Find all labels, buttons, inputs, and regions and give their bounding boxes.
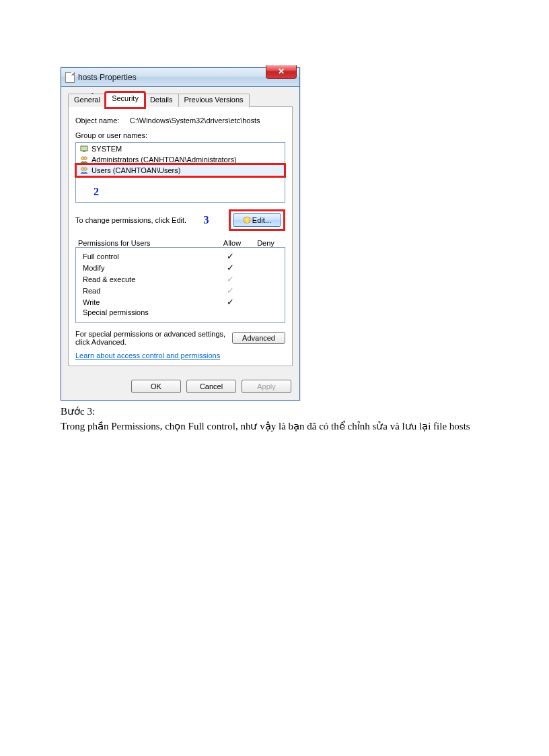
permission-allow: ✓	[213, 251, 247, 261]
system-icon	[79, 144, 89, 153]
change-permissions-row: To change permissions, click Edit. 3 Edi…	[75, 209, 285, 231]
permission-allow: ✓	[213, 274, 247, 284]
list-item-users[interactable]: Users (CANHTOAN\Users)	[77, 165, 284, 176]
object-name-value: C:\Windows\System32\drivers\etc\hosts	[130, 116, 260, 125]
permission-name: Read	[80, 287, 213, 295]
svg-rect-0	[81, 146, 87, 151]
advanced-button[interactable]: Advanced	[232, 332, 285, 344]
group-icon	[79, 155, 89, 164]
permission-row: Modify✓	[80, 262, 281, 273]
permission-allow: ✓	[213, 285, 247, 296]
tab-general[interactable]: General	[68, 94, 106, 107]
svg-point-5	[84, 168, 87, 170]
close-button[interactable]: ✕	[266, 65, 297, 79]
permission-row: Special permissions	[80, 308, 281, 317]
permission-row: Write✓	[80, 296, 281, 308]
caption-body: Trong phần Permissions, chọn Full contro…	[61, 419, 491, 434]
tab-security[interactable]: Security	[106, 92, 145, 108]
permission-name: Special permissions	[80, 308, 213, 316]
tab-content: Object name: C:\Windows\System32\drivers…	[68, 107, 293, 366]
permission-row: Read & execute✓	[80, 273, 281, 285]
svg-rect-1	[83, 151, 85, 152]
permission-row: Full control✓	[80, 250, 281, 262]
user-listbox[interactable]: SYSTEM Administrators (CANHTOAN\Administ…	[75, 142, 285, 203]
perm-header-name: Permissions for Users	[78, 239, 215, 247]
change-permissions-text: To change permissions, click Edit.	[75, 216, 186, 224]
annotation-3: 3	[203, 214, 209, 226]
group-label: Group or user names:	[75, 131, 285, 139]
object-name-row: Object name: C:\Windows\System32\drivers…	[75, 116, 285, 125]
users-icon	[79, 166, 89, 175]
permission-name: Write	[80, 298, 213, 306]
shield-icon	[243, 216, 251, 224]
caption: Bước 3: Trong phần Permissions, chọn Ful…	[61, 405, 491, 434]
list-item-label: Users (CANHTOAN\Users)	[92, 166, 180, 174]
window-title: hosts Properties	[78, 73, 137, 82]
edit-button-label: Edit...	[252, 216, 271, 224]
edit-highlight: Edit...	[229, 209, 285, 231]
title-bar: hosts Properties ✕	[61, 68, 299, 87]
cancel-button[interactable]: Cancel	[186, 380, 236, 393]
dialog-button-row: OK Cancel Apply	[61, 373, 299, 400]
tab-strip: 1 General Security Details Previous Vers…	[68, 92, 293, 107]
file-icon	[65, 72, 75, 83]
edit-button[interactable]: Edit...	[233, 213, 281, 227]
tab-previous[interactable]: Previous Versions	[178, 94, 250, 107]
permission-row: Read✓	[80, 285, 281, 296]
permission-name: Modify	[80, 264, 213, 272]
permission-name: Read & execute	[80, 275, 213, 283]
permissions-header: Permissions for Users Allow Deny	[75, 239, 285, 247]
advanced-row: For special permissions or advanced sett…	[75, 330, 285, 346]
perm-header-allow: Allow	[215, 239, 249, 247]
properties-dialog: hosts Properties ✕ 1 General Security De…	[61, 67, 300, 401]
advanced-text: For special permissions or advanced sett…	[75, 330, 227, 346]
permission-allow: ✓	[213, 297, 247, 307]
permissions-table: Full control✓Modify✓Read & execute✓Read✓…	[75, 247, 285, 323]
caption-step: Bước 3:	[61, 405, 491, 419]
list-item-label: SYSTEM	[92, 145, 122, 153]
list-item-admins[interactable]: Administrators (CANHTOAN\Administrators)	[77, 154, 284, 165]
tab-details[interactable]: Details	[144, 94, 179, 107]
object-name-label: Object name:	[75, 116, 119, 125]
apply-button[interactable]: Apply	[242, 380, 291, 393]
learn-link[interactable]: Learn about access control and permissio…	[75, 351, 220, 359]
permission-allow: ✓	[213, 263, 247, 273]
ok-button[interactable]: OK	[131, 380, 181, 393]
annotation-2: 2	[94, 186, 99, 198]
svg-point-3	[84, 157, 87, 160]
permission-name: Full control	[80, 252, 213, 261]
list-item-label: Administrators (CANHTOAN\Administrators)	[92, 156, 237, 164]
perm-header-deny: Deny	[249, 239, 283, 247]
list-item-system[interactable]: SYSTEM	[77, 143, 284, 154]
